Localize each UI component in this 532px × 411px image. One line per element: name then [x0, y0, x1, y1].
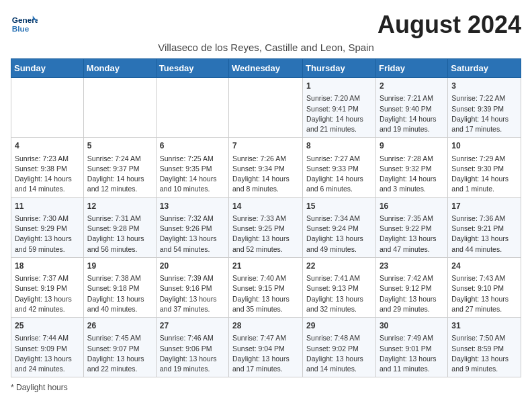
- calendar-cell: 19Sunrise: 7:38 AMSunset: 9:18 PMDayligh…: [83, 257, 156, 317]
- day-info: Sunrise: 7:48 AMSunset: 9:02 PMDaylight:…: [306, 333, 372, 374]
- calendar-cell: 21Sunrise: 7:40 AMSunset: 9:15 PMDayligh…: [229, 257, 303, 317]
- day-number: 12: [87, 201, 152, 212]
- day-info: Sunrise: 7:38 AMSunset: 9:18 PMDaylight:…: [87, 273, 152, 314]
- calendar-cell: [156, 78, 228, 138]
- calendar-header: SundayMondayTuesdayWednesdayThursdayFrid…: [11, 59, 521, 78]
- calendar-cell: [83, 78, 156, 138]
- day-number: 1: [306, 81, 372, 92]
- day-info: Sunrise: 7:20 AMSunset: 9:41 PMDaylight:…: [306, 93, 372, 134]
- calendar-cell: 28Sunrise: 7:47 AMSunset: 9:04 PMDayligh…: [229, 318, 303, 377]
- weekday-row: SundayMondayTuesdayWednesdayThursdayFrid…: [11, 59, 521, 78]
- weekday-header-sunday: Sunday: [11, 59, 84, 78]
- day-number: 5: [87, 140, 152, 152]
- day-info: Sunrise: 7:39 AMSunset: 9:16 PMDaylight:…: [160, 273, 225, 314]
- day-number: 10: [451, 140, 517, 152]
- calendar-cell: 1Sunrise: 7:20 AMSunset: 9:41 PMDaylight…: [303, 78, 376, 138]
- calendar-title: August 2024: [378, 11, 521, 39]
- week-row-3: 11Sunrise: 7:30 AMSunset: 9:29 PMDayligh…: [11, 197, 521, 257]
- day-info: Sunrise: 7:42 AMSunset: 9:12 PMDaylight:…: [380, 273, 444, 314]
- day-number: 14: [232, 201, 299, 212]
- day-number: 7: [232, 140, 299, 152]
- calendar-subtitle: Villaseco de los Reyes, Castille and Leo…: [11, 42, 521, 53]
- day-info: Sunrise: 7:25 AMSunset: 9:35 PMDaylight:…: [160, 154, 225, 195]
- day-info: Sunrise: 7:27 AMSunset: 9:33 PMDaylight:…: [306, 154, 372, 195]
- week-row-5: 25Sunrise: 7:44 AMSunset: 9:09 PMDayligh…: [11, 318, 521, 377]
- day-number: 6: [160, 140, 225, 152]
- week-row-2: 4Sunrise: 7:23 AMSunset: 9:38 PMDaylight…: [11, 138, 521, 197]
- day-number: 8: [306, 140, 372, 152]
- day-info: Sunrise: 7:32 AMSunset: 9:26 PMDaylight:…: [160, 214, 225, 255]
- day-number: 20: [160, 261, 225, 272]
- weekday-header-thursday: Thursday: [303, 59, 376, 78]
- weekday-header-saturday: Saturday: [448, 59, 521, 78]
- day-info: Sunrise: 7:36 AMSunset: 9:21 PMDaylight:…: [451, 214, 517, 255]
- calendar-cell: 31Sunrise: 7:50 AMSunset: 8:59 PMDayligh…: [448, 318, 521, 377]
- weekday-header-tuesday: Tuesday: [156, 59, 228, 78]
- calendar-cell: 16Sunrise: 7:35 AMSunset: 9:22 PMDayligh…: [375, 197, 447, 257]
- day-number: 30: [380, 320, 444, 332]
- calendar-cell: [229, 78, 303, 138]
- day-number: 16: [380, 201, 444, 212]
- calendar-cell: 5Sunrise: 7:24 AMSunset: 9:37 PMDaylight…: [83, 138, 156, 197]
- day-number: 22: [306, 261, 372, 272]
- calendar-cell: [11, 78, 84, 138]
- calendar-cell: 24Sunrise: 7:43 AMSunset: 9:10 PMDayligh…: [448, 257, 521, 317]
- calendar-cell: 26Sunrise: 7:45 AMSunset: 9:07 PMDayligh…: [83, 318, 156, 377]
- day-info: Sunrise: 7:49 AMSunset: 9:01 PMDaylight:…: [380, 333, 444, 374]
- logo-icon: General Blue: [11, 11, 38, 38]
- calendar-body: 1Sunrise: 7:20 AMSunset: 9:41 PMDaylight…: [11, 78, 521, 377]
- day-number: 31: [451, 320, 517, 332]
- day-number: 19: [87, 261, 152, 272]
- day-info: Sunrise: 7:35 AMSunset: 9:22 PMDaylight:…: [380, 214, 444, 255]
- day-info: Sunrise: 7:46 AMSunset: 9:06 PMDaylight:…: [160, 333, 225, 374]
- weekday-header-monday: Monday: [83, 59, 156, 78]
- day-number: 2: [380, 81, 444, 92]
- calendar-cell: 15Sunrise: 7:34 AMSunset: 9:24 PMDayligh…: [303, 197, 376, 257]
- calendar-table: SundayMondayTuesdayWednesdayThursdayFrid…: [11, 58, 521, 377]
- calendar-cell: 30Sunrise: 7:49 AMSunset: 9:01 PMDayligh…: [375, 318, 447, 377]
- logo-area: General Blue: [11, 11, 38, 38]
- weekday-header-wednesday: Wednesday: [229, 59, 303, 78]
- day-info: Sunrise: 7:40 AMSunset: 9:15 PMDaylight:…: [232, 273, 299, 314]
- day-number: 3: [451, 81, 517, 92]
- day-number: 11: [15, 201, 80, 212]
- day-number: 4: [15, 140, 80, 152]
- day-info: Sunrise: 7:50 AMSunset: 8:59 PMDaylight:…: [451, 333, 517, 374]
- day-number: 27: [160, 320, 225, 332]
- calendar-cell: 6Sunrise: 7:25 AMSunset: 9:35 PMDaylight…: [156, 138, 228, 197]
- calendar-cell: 4Sunrise: 7:23 AMSunset: 9:38 PMDaylight…: [11, 138, 84, 197]
- day-number: 15: [306, 201, 372, 212]
- day-info: Sunrise: 7:26 AMSunset: 9:34 PMDaylight:…: [232, 154, 299, 195]
- calendar-cell: 13Sunrise: 7:32 AMSunset: 9:26 PMDayligh…: [156, 197, 228, 257]
- day-number: 29: [306, 320, 372, 332]
- day-info: Sunrise: 7:24 AMSunset: 9:37 PMDaylight:…: [87, 154, 152, 195]
- day-info: Sunrise: 7:44 AMSunset: 9:09 PMDaylight:…: [15, 333, 80, 374]
- calendar-cell: 23Sunrise: 7:42 AMSunset: 9:12 PMDayligh…: [375, 257, 447, 317]
- calendar-cell: 12Sunrise: 7:31 AMSunset: 9:28 PMDayligh…: [83, 197, 156, 257]
- day-number: 17: [451, 201, 517, 212]
- day-info: Sunrise: 7:28 AMSunset: 9:32 PMDaylight:…: [380, 154, 444, 195]
- calendar-cell: 3Sunrise: 7:22 AMSunset: 9:39 PMDaylight…: [448, 78, 521, 138]
- day-number: 18: [15, 261, 80, 272]
- day-info: Sunrise: 7:30 AMSunset: 9:29 PMDaylight:…: [15, 214, 80, 255]
- day-info: Sunrise: 7:41 AMSunset: 9:13 PMDaylight:…: [306, 273, 372, 314]
- day-number: 21: [232, 261, 299, 272]
- day-info: Sunrise: 7:43 AMSunset: 9:10 PMDaylight:…: [451, 273, 517, 314]
- day-info: Sunrise: 7:21 AMSunset: 9:40 PMDaylight:…: [380, 93, 444, 134]
- day-number: 24: [451, 261, 517, 272]
- calendar-cell: 17Sunrise: 7:36 AMSunset: 9:21 PMDayligh…: [448, 197, 521, 257]
- day-number: 9: [380, 140, 444, 152]
- header: General Blue August 2024: [11, 11, 521, 39]
- footer-note-text: Daylight hours: [16, 383, 68, 392]
- day-info: Sunrise: 7:34 AMSunset: 9:24 PMDaylight:…: [306, 214, 372, 255]
- day-info: Sunrise: 7:31 AMSunset: 9:28 PMDaylight:…: [87, 214, 152, 255]
- day-number: 28: [232, 320, 299, 332]
- svg-text:Blue: Blue: [12, 24, 30, 34]
- footer-note: * Daylight hours: [11, 383, 521, 392]
- day-number: 25: [15, 320, 80, 332]
- day-info: Sunrise: 7:29 AMSunset: 9:30 PMDaylight:…: [451, 154, 517, 195]
- week-row-1: 1Sunrise: 7:20 AMSunset: 9:41 PMDaylight…: [11, 78, 521, 138]
- day-info: Sunrise: 7:22 AMSunset: 9:39 PMDaylight:…: [451, 93, 517, 134]
- calendar-cell: 10Sunrise: 7:29 AMSunset: 9:30 PMDayligh…: [448, 138, 521, 197]
- calendar-cell: 29Sunrise: 7:48 AMSunset: 9:02 PMDayligh…: [303, 318, 376, 377]
